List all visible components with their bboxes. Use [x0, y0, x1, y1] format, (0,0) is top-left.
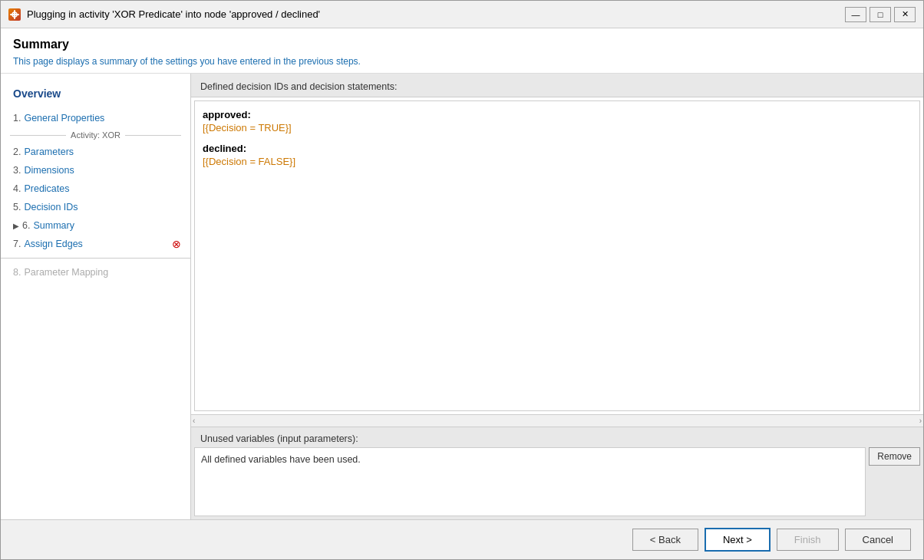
back-button[interactable]: < Back — [632, 529, 698, 551]
decision-approved-value: [{Decision = TRUE}] — [203, 122, 912, 133]
finish-button[interactable]: Finish — [777, 529, 839, 551]
unused-vars-display: All defined variables have been used. — [194, 447, 866, 516]
next-button[interactable]: Next > — [705, 528, 771, 552]
sidebar-item-decision-ids[interactable]: 5. Decision IDs — [1, 198, 190, 216]
scroll-left-icon[interactable]: ‹ — [193, 417, 195, 425]
decision-declined-value: [{Decision = FALSE}] — [203, 156, 912, 167]
cancel-button[interactable]: Cancel — [845, 529, 911, 551]
sidebar-title: Overview — [1, 81, 190, 109]
sidebar-divider — [1, 258, 190, 259]
active-arrow-icon: ▶ — [13, 222, 19, 230]
close-button[interactable]: ✕ — [894, 7, 916, 22]
sidebar: Overview 1. General Properties Activity:… — [1, 74, 191, 519]
sidebar-item-dimensions[interactable]: 3. Dimensions — [1, 161, 190, 180]
sidebar-item-general-properties[interactable]: 1. General Properties — [1, 109, 190, 127]
minimize-button[interactable]: — — [845, 7, 866, 22]
error-icon: ⊗ — [172, 238, 181, 250]
title-bar-left: Plugging in activity 'XOR Predicate' int… — [8, 8, 320, 21]
sidebar-item-parameters[interactable]: 2. Parameters — [1, 143, 190, 161]
content-area: Defined decision IDs and decision statem… — [191, 74, 923, 519]
decision-approved-label: approved: — [203, 109, 912, 120]
main-content: Overview 1. General Properties Activity:… — [1, 74, 923, 519]
page-description: This page displays a summary of the sett… — [13, 56, 911, 67]
defined-section-label: Defined decision IDs and decision statem… — [191, 74, 923, 97]
page-header: Summary This page displays a summary of … — [1, 28, 923, 74]
unused-vars-text: All defined variables have been used. — [201, 454, 361, 465]
horizontal-scrollbar[interactable]: ‹ › — [191, 414, 923, 427]
scroll-right-icon[interactable]: › — [919, 417, 922, 425]
decision-statements-container: approved: [{Decision = TRUE}] declined: … — [191, 97, 923, 427]
window-title: Plugging in activity 'XOR Predicate' int… — [27, 8, 320, 20]
footer: < Back Next > Finish Cancel — [1, 519, 923, 559]
unused-section-label: Unused variables (input parameters): — [191, 427, 923, 447]
activity-xor-divider: Activity: XOR — [1, 127, 190, 143]
app-icon — [8, 8, 21, 21]
decision-declined-label: declined: — [203, 143, 912, 154]
sidebar-item-predicates[interactable]: 4. Predicates — [1, 180, 190, 198]
title-bar: Plugging in activity 'XOR Predicate' int… — [1, 1, 923, 28]
bottom-panel: Unused variables (input parameters): All… — [191, 427, 923, 519]
sidebar-item-parameter-mapping: 8. Parameter Mapping — [1, 263, 190, 282]
maximize-button[interactable]: □ — [870, 7, 891, 22]
main-window: Plugging in activity 'XOR Predicate' int… — [0, 0, 924, 560]
page-title: Summary — [13, 38, 911, 51]
decision-statements-area[interactable]: approved: [{Decision = TRUE}] declined: … — [194, 100, 920, 411]
remove-button[interactable]: Remove — [869, 447, 920, 466]
sidebar-item-assign-edges[interactable]: 7. Assign Edges ⊗ — [1, 235, 190, 253]
sidebar-item-summary[interactable]: ▶ 6. Summary — [1, 216, 190, 235]
svg-rect-1 — [14, 10, 15, 19]
window-controls: — □ ✕ — [845, 7, 916, 22]
unused-vars-area: All defined variables have been used. Re… — [194, 447, 920, 516]
